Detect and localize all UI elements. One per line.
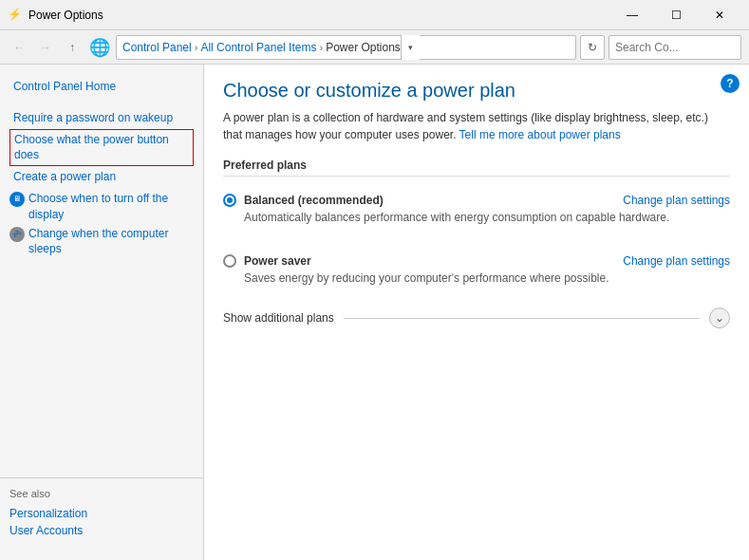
minimize-button[interactable]: — bbox=[610, 0, 654, 30]
breadcrumb-control-panel[interactable]: Control Panel bbox=[122, 41, 192, 54]
show-additional-label: Show additional plans bbox=[223, 311, 334, 325]
change-plan-settings-balanced[interactable]: Change plan settings bbox=[623, 194, 730, 207]
search-box: 🔍 bbox=[609, 35, 741, 60]
plan-item-balanced: Balanced (recommended) Change plan setti… bbox=[223, 186, 730, 232]
learn-more-link[interactable]: Tell me more about power plans bbox=[459, 128, 621, 141]
sleep-icon: 💤 bbox=[9, 227, 25, 242]
search-input[interactable] bbox=[615, 41, 749, 54]
content-area: ? Choose or customize a power plan A pow… bbox=[204, 65, 749, 560]
sidebar-item-create-plan[interactable]: Create a power plan bbox=[9, 166, 194, 188]
plan-desc-balanced: Automatically balances performance with … bbox=[244, 211, 730, 224]
page-description: A power plan is a collection of hardware… bbox=[223, 109, 730, 143]
see-also-user-accounts[interactable]: User Accounts bbox=[9, 522, 194, 539]
up-button[interactable]: ↑ bbox=[61, 36, 84, 59]
sidebar-nav: Control Panel Home Require a password on… bbox=[0, 76, 203, 260]
sidebar-item-turn-off-display[interactable]: Choose when to turn off the display bbox=[28, 191, 194, 223]
main-container: Control Panel Home Require a password on… bbox=[0, 65, 749, 560]
sidebar-links: Require a password on wakeup Choose what… bbox=[9, 107, 194, 257]
back-button[interactable]: ← bbox=[8, 36, 30, 59]
plan-header-powersaver: Power saver Change plan settings bbox=[223, 254, 730, 268]
radio-powersaver[interactable] bbox=[223, 254, 236, 268]
window-title: Power Options bbox=[28, 9, 610, 22]
plan-name-powersaver: Power saver bbox=[244, 254, 311, 268]
radio-dot-balanced bbox=[227, 197, 233, 203]
window-controls: — ☐ ✕ bbox=[610, 0, 741, 30]
plan-label-powersaver: Power saver bbox=[223, 254, 311, 268]
breadcrumb-dropdown[interactable]: ▾ bbox=[401, 35, 420, 60]
sidebar-item-power-button[interactable]: Choose what the power button does bbox=[9, 129, 194, 167]
maximize-button[interactable]: ☐ bbox=[654, 0, 698, 30]
sidebar-item-require-password[interactable]: Require a password on wakeup bbox=[9, 107, 194, 129]
radio-balanced[interactable] bbox=[223, 194, 236, 207]
see-also-section: See also Personalization User Accounts bbox=[0, 477, 203, 549]
plan-item-powersaver: Power saver Change plan settings Saves e… bbox=[223, 247, 730, 292]
display-icon: 🖥 bbox=[9, 192, 25, 207]
help-button[interactable]: ? bbox=[721, 74, 740, 93]
show-additional-plans[interactable]: Show additional plans ⌄ bbox=[223, 308, 730, 328]
page-title: Choose or customize a power plan bbox=[223, 80, 730, 102]
breadcrumb-current: Power Options bbox=[326, 41, 401, 54]
expand-additional-button[interactable]: ⌄ bbox=[709, 308, 730, 328]
sidebar-item-sleep[interactable]: Change when the computer sleeps bbox=[28, 226, 194, 258]
sidebar-item-turn-off-display-row: 🖥 Choose when to turn off the display bbox=[9, 191, 194, 223]
plan-name-balanced: Balanced (recommended) bbox=[244, 194, 384, 207]
close-button[interactable]: ✕ bbox=[698, 0, 741, 30]
plan-label-balanced: Balanced (recommended) bbox=[223, 194, 384, 207]
sidebar-item-sleep-row: 💤 Change when the computer sleeps bbox=[9, 226, 194, 258]
sidebar-item-home[interactable]: Control Panel Home bbox=[9, 76, 194, 98]
address-bar: ← → ↑ 🌐 Control Panel › All Control Pane… bbox=[0, 30, 749, 65]
see-also-title: See also bbox=[9, 488, 194, 499]
see-also-personalization[interactable]: Personalization bbox=[9, 505, 194, 522]
breadcrumb-all-items[interactable]: All Control Panel Items bbox=[200, 41, 316, 54]
plan-desc-powersaver: Saves energy by reducing your computer's… bbox=[244, 271, 730, 285]
title-bar: ⚡ Power Options — ☐ ✕ bbox=[0, 0, 749, 30]
change-plan-settings-powersaver[interactable]: Change plan settings bbox=[623, 254, 730, 268]
separator-line bbox=[344, 318, 700, 319]
forward-button[interactable]: → bbox=[34, 36, 57, 59]
plan-header-balanced: Balanced (recommended) Change plan setti… bbox=[223, 194, 730, 207]
preferred-plans-title: Preferred plans bbox=[223, 159, 730, 177]
breadcrumb-bar: Control Panel › All Control Panel Items … bbox=[116, 35, 576, 60]
sidebar: Control Panel Home Require a password on… bbox=[0, 65, 204, 560]
location-icon: 🌐 bbox=[89, 37, 110, 58]
app-icon: ⚡ bbox=[8, 8, 23, 23]
refresh-button[interactable]: ↻ bbox=[580, 35, 605, 60]
